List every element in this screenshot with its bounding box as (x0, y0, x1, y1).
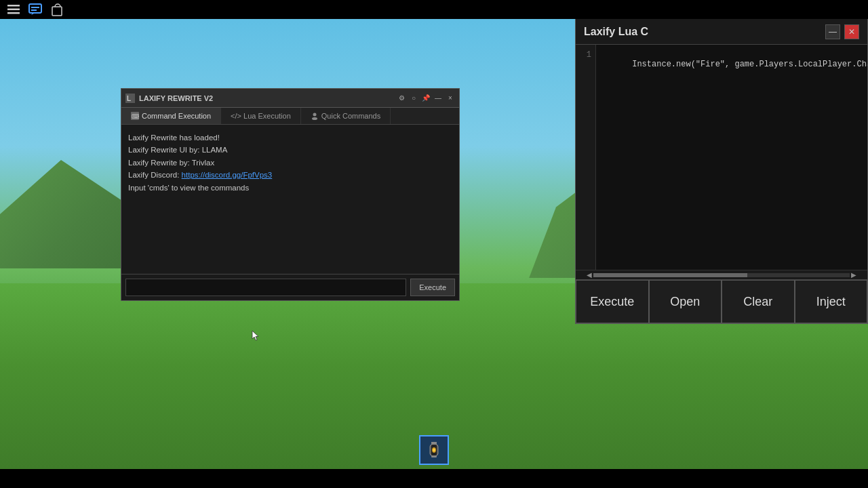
laxify-content: Laxify Rewrite has loaded! Laxify Rewrit… (121, 125, 459, 274)
cursor (251, 329, 258, 339)
svg-rect-1 (7, 9, 20, 11)
svg-point-17 (433, 449, 435, 452)
minimize-lua-button[interactable]: — (825, 24, 840, 39)
svg-rect-13 (431, 442, 437, 445)
open-lua-button[interactable]: Open (649, 280, 722, 323)
lua-panel-title: Laxify Lua C (584, 26, 648, 38)
svg-text:L: L (127, 95, 131, 102)
laxify-window: L LAXIFY REWRITE V2 ⚙ ○ 📌 — × ⌨ Command … (121, 88, 460, 301)
svg-point-11 (313, 113, 316, 117)
laxify-tabs: ⌨ Command Execution </> Lua Execution Qu… (121, 108, 459, 125)
chat-icon[interactable] (28, 3, 42, 16)
svg-rect-0 (7, 5, 20, 7)
laxify-title-controls: ⚙ ○ 📌 — × (397, 94, 455, 103)
close-lua-button[interactable]: ✕ (844, 24, 859, 39)
svg-point-12 (312, 117, 317, 120)
msg-1: Laxify Rewrite has loaded! (128, 131, 452, 144)
msg-2: Laxify Rewrite UI by: LLAMA (128, 144, 452, 156)
tab-quick-label: Quick Commands (321, 112, 380, 120)
tab-cmd-label: Command Execution (142, 112, 211, 120)
lua-title-controls: — ✕ (825, 24, 859, 39)
execute-button-small[interactable]: Execute (410, 279, 455, 296)
pin-icon[interactable]: 📌 (421, 94, 431, 103)
execute-lua-button[interactable]: Execute (576, 280, 649, 323)
tab-quick-commands[interactable]: Quick Commands (301, 108, 391, 124)
clear-lua-button[interactable]: Clear (722, 280, 795, 323)
top-bar (0, 0, 868, 19)
laxify-logo-icon: L (125, 94, 135, 103)
scroll-right-arrow[interactable]: ▶ (850, 271, 858, 279)
lua-editor: 1 Instance.new("Fire", game.Players.Loca… (576, 45, 867, 270)
discord-link[interactable]: https://discord.gg/FpfVps3 (182, 171, 273, 179)
msg-4: Laxify Discord: https://discord.gg/FpfVp… (128, 169, 452, 181)
code-content: Instance.new("Fire", game.Players.LocalP… (632, 60, 867, 69)
svg-rect-18 (431, 455, 437, 458)
laxify-title-text: LAXIFY REWRITE V2 (139, 94, 213, 102)
tab-lua-label: </> Lua Execution (231, 112, 291, 120)
lua-titlebar: Laxify Lua C — ✕ (576, 19, 867, 45)
laxify-title-left: L LAXIFY REWRITE V2 (125, 94, 213, 103)
scrollbar-thumb (593, 273, 747, 277)
bottom-bar (0, 469, 868, 488)
line-number-1: 1 (580, 50, 591, 60)
code-area[interactable]: Instance.new("Fire", game.Players.LocalP… (596, 45, 867, 270)
svg-rect-2 (7, 12, 20, 14)
svg-rect-3 (29, 4, 41, 13)
svg-rect-6 (52, 7, 62, 16)
msg-3: Laxify Rewrite by: Trivlax (128, 157, 452, 169)
lantern-icon (425, 441, 443, 460)
tab-command-execution[interactable]: ⌨ Command Execution (121, 108, 221, 124)
scrollbar-track[interactable] (593, 273, 850, 277)
tab-lua-execution[interactable]: </> Lua Execution (221, 108, 301, 124)
minimize-icon[interactable]: — (433, 94, 443, 103)
scroll-left-arrow[interactable]: ◀ (585, 271, 593, 279)
svg-rect-4 (31, 7, 39, 8)
circle-icon[interactable]: ○ (409, 94, 418, 103)
close-icon[interactable]: × (446, 94, 455, 103)
laxify-titlebar: L LAXIFY REWRITE V2 ⚙ ○ 📌 — × (121, 89, 459, 108)
lua-scrollbar: ◀ ▶ (576, 270, 867, 279)
command-input[interactable] (125, 279, 406, 296)
person-icon (311, 112, 319, 120)
bag-icon[interactable] (50, 3, 64, 16)
msg-5: Input 'cmds' to view the commands (128, 182, 452, 194)
svg-text:⌨: ⌨ (132, 113, 139, 120)
lua-panel: Laxify Lua C — ✕ 1 Instance.new("Fire", … (575, 19, 868, 324)
menu-icon[interactable] (7, 3, 20, 16)
lua-buttons: Execute Open Clear Inject (576, 279, 867, 323)
svg-rect-5 (31, 9, 37, 11)
inject-lua-button[interactable]: Inject (795, 280, 868, 323)
cmd-icon: ⌨ (131, 112, 139, 120)
laxify-footer: Execute (121, 274, 459, 300)
hotbar-item[interactable] (419, 435, 449, 465)
line-numbers: 1 (576, 45, 596, 270)
wrench-icon[interactable]: ⚙ (397, 94, 406, 103)
